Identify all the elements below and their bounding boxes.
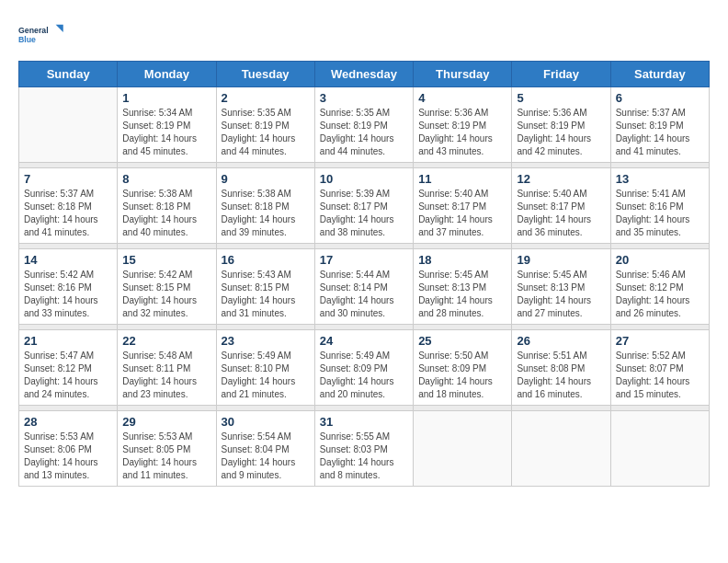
day-info: Sunrise: 5:55 AMSunset: 8:03 PMDaylight:… [320,431,408,482]
day-number: 29 [122,415,210,429]
day-number: 12 [517,172,605,186]
day-cell [414,411,512,487]
day-info: Sunrise: 5:48 AMSunset: 8:11 PMDaylight:… [122,350,210,401]
weekday-header-wednesday: Wednesday [314,62,413,87]
day-cell: 28Sunrise: 5:53 AMSunset: 8:06 PMDayligh… [19,411,118,487]
day-number: 3 [320,91,408,105]
day-info: Sunrise: 5:37 AMSunset: 8:18 PMDaylight:… [24,188,112,239]
day-info: Sunrise: 5:53 AMSunset: 8:06 PMDaylight:… [24,431,112,482]
svg-marker-2 [56,25,63,32]
day-number: 27 [616,334,704,348]
day-cell: 26Sunrise: 5:51 AMSunset: 8:08 PMDayligh… [512,330,610,406]
day-cell: 1Sunrise: 5:34 AMSunset: 8:19 PMDaylight… [118,87,216,163]
day-info: Sunrise: 5:49 AMSunset: 8:09 PMDaylight:… [320,350,408,401]
day-cell: 12Sunrise: 5:40 AMSunset: 8:17 PMDayligh… [512,168,610,244]
day-cell: 25Sunrise: 5:50 AMSunset: 8:09 PMDayligh… [414,330,512,406]
day-number: 31 [320,415,408,429]
calendar: SundayMondayTuesdayWednesdayThursdayFrid… [18,61,710,487]
day-number: 6 [616,91,704,105]
day-info: Sunrise: 5:35 AMSunset: 8:19 PMDaylight:… [320,107,408,158]
day-number: 28 [24,415,112,429]
day-info: Sunrise: 5:39 AMSunset: 8:17 PMDaylight:… [320,188,408,239]
day-info: Sunrise: 5:41 AMSunset: 8:16 PMDaylight:… [616,188,704,239]
day-number: 1 [122,91,210,105]
day-cell: 8Sunrise: 5:38 AMSunset: 8:18 PMDaylight… [118,168,216,244]
week-row-1: 1Sunrise: 5:34 AMSunset: 8:19 PMDaylight… [19,87,710,163]
day-number: 11 [418,172,506,186]
day-number: 10 [320,172,408,186]
day-number: 13 [616,172,704,186]
weekday-header-sunday: Sunday [19,62,118,87]
day-info: Sunrise: 5:50 AMSunset: 8:09 PMDaylight:… [418,350,506,401]
day-number: 8 [122,172,210,186]
week-row-5: 28Sunrise: 5:53 AMSunset: 8:06 PMDayligh… [19,411,710,487]
day-info: Sunrise: 5:40 AMSunset: 8:17 PMDaylight:… [418,188,506,239]
day-cell: 23Sunrise: 5:49 AMSunset: 8:10 PMDayligh… [216,330,314,406]
week-row-2: 7Sunrise: 5:37 AMSunset: 8:18 PMDaylight… [19,168,710,244]
day-number: 4 [418,91,506,105]
day-cell [610,411,709,487]
svg-text:General: General [18,26,49,35]
day-info: Sunrise: 5:36 AMSunset: 8:19 PMDaylight:… [418,107,506,158]
day-info: Sunrise: 5:53 AMSunset: 8:05 PMDaylight:… [122,431,210,482]
day-number: 19 [517,253,605,267]
day-info: Sunrise: 5:35 AMSunset: 8:19 PMDaylight:… [222,107,310,158]
day-number: 25 [418,334,506,348]
svg-text:Blue: Blue [18,35,36,44]
day-cell: 9Sunrise: 5:38 AMSunset: 8:18 PMDaylight… [216,168,314,244]
day-cell: 16Sunrise: 5:43 AMSunset: 8:15 PMDayligh… [216,249,314,325]
day-info: Sunrise: 5:49 AMSunset: 8:10 PMDaylight:… [222,350,310,401]
day-info: Sunrise: 5:47 AMSunset: 8:12 PMDaylight:… [24,350,112,401]
day-info: Sunrise: 5:42 AMSunset: 8:16 PMDaylight:… [24,269,112,320]
day-cell: 27Sunrise: 5:52 AMSunset: 8:07 PMDayligh… [610,330,709,406]
weekday-header-friday: Friday [512,62,610,87]
day-number: 21 [24,334,112,348]
day-cell: 22Sunrise: 5:48 AMSunset: 8:11 PMDayligh… [118,330,216,406]
day-cell: 18Sunrise: 5:45 AMSunset: 8:13 PMDayligh… [414,249,512,325]
day-number: 18 [418,253,506,267]
weekday-header-tuesday: Tuesday [216,62,314,87]
weekday-header-thursday: Thursday [414,62,512,87]
day-cell: 4Sunrise: 5:36 AMSunset: 8:19 PMDaylight… [414,87,512,163]
day-cell: 10Sunrise: 5:39 AMSunset: 8:17 PMDayligh… [314,168,413,244]
day-cell: 19Sunrise: 5:45 AMSunset: 8:13 PMDayligh… [512,249,610,325]
day-info: Sunrise: 5:46 AMSunset: 8:12 PMDaylight:… [616,269,704,320]
day-cell: 30Sunrise: 5:54 AMSunset: 8:04 PMDayligh… [216,411,314,487]
day-number: 7 [24,172,112,186]
day-number: 20 [616,253,704,267]
weekday-header-saturday: Saturday [610,62,709,87]
day-cell: 11Sunrise: 5:40 AMSunset: 8:17 PMDayligh… [414,168,512,244]
day-number: 14 [24,253,112,267]
day-number: 17 [320,253,408,267]
day-cell: 17Sunrise: 5:44 AMSunset: 8:14 PMDayligh… [314,249,413,325]
day-info: Sunrise: 5:54 AMSunset: 8:04 PMDaylight:… [222,431,310,482]
day-cell: 6Sunrise: 5:37 AMSunset: 8:19 PMDaylight… [610,87,709,163]
day-number: 9 [222,172,310,186]
day-cell: 29Sunrise: 5:53 AMSunset: 8:05 PMDayligh… [118,411,216,487]
day-info: Sunrise: 5:51 AMSunset: 8:08 PMDaylight:… [517,350,605,401]
day-info: Sunrise: 5:36 AMSunset: 8:19 PMDaylight:… [517,107,605,158]
day-info: Sunrise: 5:52 AMSunset: 8:07 PMDaylight:… [616,350,704,401]
day-cell [512,411,610,487]
day-cell: 24Sunrise: 5:49 AMSunset: 8:09 PMDayligh… [314,330,413,406]
day-info: Sunrise: 5:38 AMSunset: 8:18 PMDaylight:… [222,188,310,239]
day-number: 26 [517,334,605,348]
day-number: 15 [122,253,210,267]
day-cell: 7Sunrise: 5:37 AMSunset: 8:18 PMDaylight… [19,168,118,244]
day-number: 5 [517,91,605,105]
header: General Blue [18,18,710,52]
day-number: 24 [320,334,408,348]
weekday-header-monday: Monday [118,62,216,87]
day-cell: 5Sunrise: 5:36 AMSunset: 8:19 PMDaylight… [512,87,610,163]
day-info: Sunrise: 5:42 AMSunset: 8:15 PMDaylight:… [122,269,210,320]
day-cell: 21Sunrise: 5:47 AMSunset: 8:12 PMDayligh… [19,330,118,406]
day-number: 22 [122,334,210,348]
day-info: Sunrise: 5:38 AMSunset: 8:18 PMDaylight:… [122,188,210,239]
logo-svg: General Blue [18,18,64,52]
day-cell: 3Sunrise: 5:35 AMSunset: 8:19 PMDaylight… [314,87,413,163]
logo: General Blue [18,18,64,52]
day-cell: 13Sunrise: 5:41 AMSunset: 8:16 PMDayligh… [610,168,709,244]
day-info: Sunrise: 5:43 AMSunset: 8:15 PMDaylight:… [222,269,310,320]
day-info: Sunrise: 5:44 AMSunset: 8:14 PMDaylight:… [320,269,408,320]
week-row-4: 21Sunrise: 5:47 AMSunset: 8:12 PMDayligh… [19,330,710,406]
